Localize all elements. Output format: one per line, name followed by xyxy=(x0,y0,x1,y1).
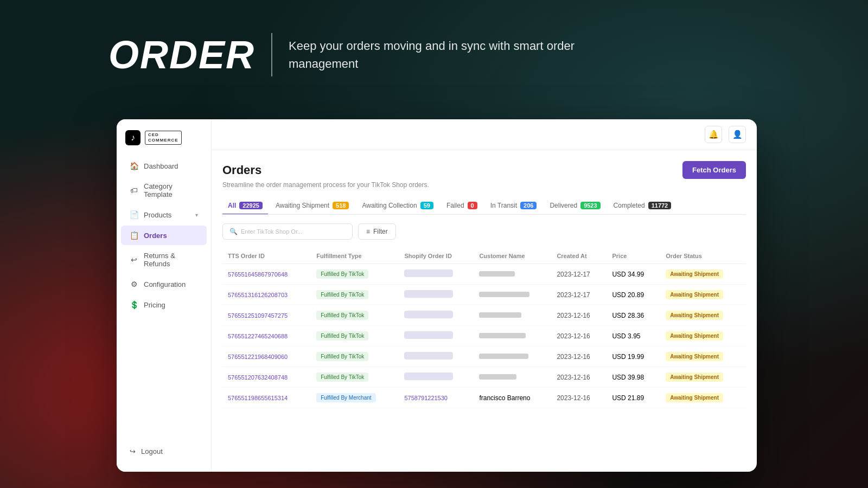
fulfillment-type-badge: Fulfilled By TikTok xyxy=(316,311,368,320)
orders-icon: 📋 xyxy=(130,231,138,240)
sidebar-item-config-label: Configuration xyxy=(144,280,198,288)
sidebar-item-pricing[interactable]: 💲 Pricing xyxy=(121,295,207,314)
orders-page-title: Orders xyxy=(222,163,261,177)
hero-divider xyxy=(271,33,272,76)
col-fulfillment-type: Fulfillment Type xyxy=(311,248,399,264)
tab-awaiting-shipment-label: Awaiting Shipment xyxy=(276,202,329,209)
ced-commerce-logo: CEDCOMMERCE xyxy=(145,131,182,145)
tab-in-transit[interactable]: In Transit 206 xyxy=(485,197,542,215)
col-created-at: Created At xyxy=(551,248,607,264)
order-id-link[interactable]: 576551645867970648 xyxy=(228,271,288,278)
logout-label: Logout xyxy=(141,447,163,455)
sidebar-item-category-template[interactable]: 🏷 Category Template xyxy=(121,177,207,204)
bell-icon: 🔔 xyxy=(709,130,719,139)
fulfillment-type-badge: Fulfilled By TikTok xyxy=(316,331,368,341)
tiktok-icon: ♪ xyxy=(125,130,141,145)
tab-awaiting-shipment[interactable]: Awaiting Shipment 518 xyxy=(270,197,355,215)
filter-icon: ≡ xyxy=(366,228,370,235)
order-status-badge: Awaiting Shipment xyxy=(666,269,723,279)
fulfillment-type-badge: Fulfilled By Merchant xyxy=(316,393,375,402)
table-row: 576551251097457275Fulfilled By TikTok202… xyxy=(222,305,746,326)
order-price: USD 34.99 xyxy=(607,264,660,285)
created-at: 2023-12-16 xyxy=(551,367,607,388)
tab-all[interactable]: All 22925 xyxy=(222,197,268,215)
sidebar-logo: ♪ CEDCOMMERCE xyxy=(117,130,211,156)
sidebar-item-returns-refunds[interactable]: ↩ Returns & Refunds xyxy=(121,246,207,273)
orders-tabs: All 22925 Awaiting Shipment 518 Awaiting… xyxy=(222,197,746,215)
order-price: USD 19.99 xyxy=(607,346,660,367)
customer-name-blurred xyxy=(479,354,528,359)
notification-button[interactable]: 🔔 xyxy=(705,126,722,143)
filter-button[interactable]: ≡ Filter xyxy=(358,223,396,240)
hero-subtitle: Keep your orders moving and in sync with… xyxy=(289,37,587,73)
shopify-id-blurred xyxy=(404,373,453,380)
orders-table: TTS Order ID Fulfillment Type Shopify Or… xyxy=(222,248,746,408)
tab-in-transit-badge: 206 xyxy=(520,202,537,209)
pricing-icon: 💲 xyxy=(130,300,138,309)
created-at: 2023-12-16 xyxy=(551,326,607,346)
tab-failed-label: Failed xyxy=(446,202,464,209)
order-id-link[interactable]: 576551221968409060 xyxy=(228,354,288,360)
order-price: USD 39.98 xyxy=(607,367,660,388)
hero-section: ORDER Keep your orders moving and in syn… xyxy=(108,33,587,77)
search-input-container[interactable]: 🔍 Enter TikTok Shop Or... xyxy=(222,223,353,240)
tab-all-label: All xyxy=(228,202,236,209)
created-at: 2023-12-16 xyxy=(551,346,607,367)
order-id-link[interactable]: 576551316126208703 xyxy=(228,292,288,298)
tab-delivered[interactable]: Delivered 9523 xyxy=(544,197,605,215)
order-price: USD 21.89 xyxy=(607,388,660,408)
dashboard-icon: 🏠 xyxy=(130,162,138,170)
fetch-orders-button[interactable]: Fetch Orders xyxy=(682,161,746,179)
col-shopify-order-id: Shopify Order ID xyxy=(399,248,474,264)
order-status-badge: Awaiting Shipment xyxy=(666,352,723,361)
order-id-link[interactable]: 576551207632408748 xyxy=(228,374,288,381)
order-status-badge: Awaiting Shipment xyxy=(666,393,723,402)
col-order-status: Order Status xyxy=(660,248,746,264)
order-id-link[interactable]: 576551198655615314 xyxy=(228,395,288,401)
sidebar-nav: 🏠 Dashboard 🏷 Category Template 📄 Produc… xyxy=(117,156,211,442)
logout-button[interactable]: ↪ Logout xyxy=(121,442,207,461)
order-id-link[interactable]: 576551251097457275 xyxy=(228,312,288,319)
shopify-id-blurred xyxy=(404,269,453,277)
order-status-badge: Awaiting Shipment xyxy=(666,373,723,382)
table-header: TTS Order ID Fulfillment Type Shopify Or… xyxy=(222,248,746,264)
sidebar-item-configuration[interactable]: ⚙ Configuration xyxy=(121,274,207,294)
configuration-icon: ⚙ xyxy=(130,280,138,288)
hero-order-title: ORDER xyxy=(108,33,255,77)
table-row: 576551221968409060Fulfilled By TikTok202… xyxy=(222,346,746,367)
search-placeholder: Enter TikTok Shop Or... xyxy=(241,228,302,235)
order-price: USD 28.36 xyxy=(607,305,660,326)
created-at: 2023-12-16 xyxy=(551,305,607,326)
sidebar-item-dashboard[interactable]: 🏠 Dashboard xyxy=(121,156,207,176)
tab-awaiting-collection-badge: 59 xyxy=(420,202,433,209)
tab-completed-badge: 11772 xyxy=(648,202,672,209)
orders-header: Orders Fetch Orders xyxy=(222,161,746,179)
order-status-badge: Awaiting Shipment xyxy=(666,331,723,341)
created-at: 2023-12-17 xyxy=(551,264,607,285)
order-price: USD 20.89 xyxy=(607,285,660,305)
table-row: 576551227465240688Fulfilled By TikTok202… xyxy=(222,326,746,346)
col-price: Price xyxy=(607,248,660,264)
sidebar-item-orders[interactable]: 📋 Orders xyxy=(121,226,207,245)
main-content: 🔔 👤 Orders Fetch Orders Streamline the o… xyxy=(212,119,757,472)
table-row: 576551316126208703Fulfilled By TikTok202… xyxy=(222,285,746,305)
customer-name-blurred xyxy=(479,333,526,338)
created-at: 2023-12-16 xyxy=(551,388,607,408)
returns-icon: ↩ xyxy=(130,255,138,264)
order-price: USD 3.95 xyxy=(607,326,660,346)
customer-name-blurred xyxy=(479,374,516,380)
tab-awaiting-collection[interactable]: Awaiting Collection 59 xyxy=(356,197,438,215)
sidebar-item-products[interactable]: 📄 Products ▾ xyxy=(121,205,207,224)
customer-name: francisco Barreno xyxy=(479,394,530,402)
customer-name-blurred xyxy=(479,271,515,277)
col-tts-order-id: TTS Order ID xyxy=(222,248,311,264)
sidebar-item-pricing-label: Pricing xyxy=(144,301,198,309)
tab-failed[interactable]: Failed 0 xyxy=(441,197,483,215)
tab-all-badge: 22925 xyxy=(239,202,263,209)
shopify-order-id[interactable]: 5758791221530 xyxy=(404,395,448,401)
tab-completed[interactable]: Completed 11772 xyxy=(608,197,677,215)
user-profile-button[interactable]: 👤 xyxy=(729,126,746,143)
sidebar-item-orders-label: Orders xyxy=(144,232,198,240)
sidebar-item-returns-label: Returns & Refunds xyxy=(144,252,198,268)
order-id-link[interactable]: 576551227465240688 xyxy=(228,333,288,339)
